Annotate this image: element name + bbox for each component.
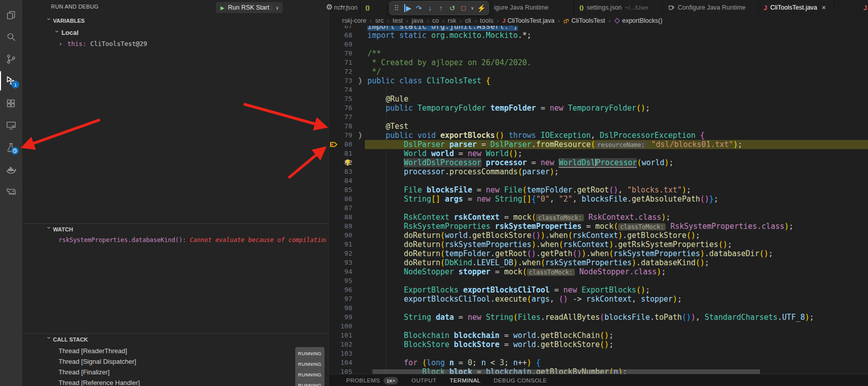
code-line-82[interactable]: 82 WorldDslProcessor processor = new Wor… xyxy=(329,158,868,167)
watch-expression-row[interactable]: rskSystemProperties.databaseKind(): Cann… xyxy=(59,235,326,245)
call-stack-thread[interactable]: Thread [ReaderThread]RUNNING xyxy=(22,346,329,356)
code-line-83[interactable]: 83 processor.processCommands(parser); xyxy=(329,167,868,176)
chevron-down-icon[interactable]: ∨ xyxy=(272,5,283,11)
breadcrumb-item[interactable]: rskj-core xyxy=(342,17,366,24)
code-line-104[interactable]: 104 for (long n = 0; n < 3; n++) { xyxy=(329,358,868,367)
variables-scope-local[interactable]: › Local xyxy=(55,28,79,38)
variable-this[interactable]: › this: CliToolsTest@29 xyxy=(59,39,147,49)
code-line-68[interactable]: 68import static org.mockito.Mockito.*; xyxy=(329,31,868,40)
stop-dropdown-chevron[interactable]: ∨ xyxy=(469,2,476,14)
code-line-77[interactable]: 77 xyxy=(329,113,868,122)
tab-label: igure Java Runtime xyxy=(494,4,549,11)
panel-tab-debug-console[interactable]: DEBUG CONSOLE xyxy=(494,377,547,383)
call-stack-thread[interactable]: Thread [Reference Handler]RUNNING xyxy=(22,377,329,386)
code-line-75[interactable]: 75 @Rule xyxy=(329,94,868,104)
code-line-84[interactable]: 84 xyxy=(329,176,868,185)
fold-marker-icon[interactable]: ) xyxy=(357,131,364,140)
watch-section-header[interactable]: › WATCH xyxy=(22,223,329,235)
code-line-96[interactable]: 96 ExportBlocks exportBlocksCliTool = ne… xyxy=(329,285,868,295)
call-stack-section-header[interactable]: › CALL STACK xyxy=(22,333,329,346)
testing-icon[interactable] xyxy=(0,137,22,158)
code-line-71[interactable]: 71 * Created by ajlopez on 26/04/2020. xyxy=(329,58,868,67)
source-control-icon[interactable] xyxy=(0,49,22,69)
explorer-icon[interactable] xyxy=(0,5,22,25)
remote-explorer-icon[interactable] xyxy=(0,115,22,135)
code-line-85[interactable]: 85 File blocksFile = new File(tempFolder… xyxy=(329,185,868,195)
tab-clitoolstest[interactable]: JCliToolsTest.java× xyxy=(758,0,834,15)
code-line-88[interactable]: 88 RskContext rskContext = mock(classToM… xyxy=(329,213,868,222)
code-line-73[interactable]: )73public class CliToolsTest { xyxy=(329,76,868,85)
breadcrumb-item[interactable]: CliToolsTest xyxy=(563,17,605,24)
search-icon[interactable] xyxy=(0,27,22,47)
breadcrumb-item[interactable]: src xyxy=(375,17,384,24)
test-pending-clock-badge xyxy=(11,147,19,155)
breadcrumb-item[interactable]: co xyxy=(432,17,439,24)
breadcrumb-item[interactable]: java xyxy=(412,17,423,24)
run-config-dropdown[interactable]: ▶ Run RSK Start ∨ xyxy=(216,2,283,13)
restart-button[interactable]: ↺ xyxy=(447,2,458,14)
code-line-98[interactable]: 98 xyxy=(329,304,868,313)
tab-settings-json[interactable]: {}settings.json~/.../User xyxy=(574,0,663,15)
code-line-87[interactable]: 87 xyxy=(329,204,868,213)
breadcrumb-item[interactable]: rsk xyxy=(448,17,456,24)
code-line-81[interactable]: 81 World world = new World(); xyxy=(329,149,868,158)
editor-group: nch.json{}igure Java Runtime{}settings.j… xyxy=(329,0,868,386)
fold-marker-icon[interactable]: ) xyxy=(357,76,364,85)
code-line-79[interactable]: )79 public void exportBlocks() throws IO… xyxy=(329,131,868,140)
run-and-debug-icon[interactable]: 1 xyxy=(0,71,22,91)
panel-tab-terminal[interactable]: TERMINAL xyxy=(450,377,480,383)
stop-button[interactable]: □ xyxy=(458,2,469,14)
drag-handle[interactable]: ⠿ xyxy=(391,2,402,14)
panel-tab-output[interactable]: OUTPUT xyxy=(411,377,437,383)
step-out-button[interactable]: ↑ xyxy=(436,2,447,14)
code-line-101[interactable]: 101 Blockchain blockchain = world.getBlo… xyxy=(329,331,868,340)
chevron-down-icon: › xyxy=(45,18,53,23)
code-editor[interactable]: 67import static org.junit.Assert.*;68imp… xyxy=(329,0,868,374)
close-icon[interactable]: × xyxy=(822,4,826,12)
code-line-76[interactable]: 76 public TemporaryFolder tempFolder = n… xyxy=(329,104,868,113)
code-line-95[interactable]: 95 xyxy=(329,276,868,285)
code-line-86[interactable]: 86 String[] args = new String[]{"0", "2"… xyxy=(329,195,868,204)
extensions-icon[interactable] xyxy=(0,93,22,114)
panel-tab-problems[interactable]: PROBLEMS1K+ xyxy=(346,377,398,384)
tab-configure-java-runtime-partial[interactable]: igure Java Runtime xyxy=(475,0,574,15)
breadcrumb-item[interactable]: test xyxy=(393,17,403,24)
gradle-icon[interactable] xyxy=(0,181,22,201)
code-line-74[interactable]: 74 xyxy=(329,85,868,94)
call-stack-thread[interactable]: Thread [Finalizer]RUNNING xyxy=(22,367,329,377)
code-line-91[interactable]: 91 doReturn(rskSystemProperties).when(rs… xyxy=(329,240,868,249)
more-actions-icon[interactable]: ⋯ xyxy=(340,2,348,11)
code-line-78[interactable]: 78 @Test xyxy=(329,122,868,131)
breadcrumb-item[interactable]: tools xyxy=(480,17,493,24)
step-into-button[interactable]: ↓ xyxy=(424,2,436,14)
code-line-90[interactable]: 90 doReturn(world.getBlockStore()).when(… xyxy=(329,231,868,240)
code-line-97[interactable]: 97 exportBlocksCliTool.execute(args, () … xyxy=(329,295,868,304)
docker-icon[interactable] xyxy=(0,160,22,180)
code-line-94[interactable]: 94 NodeStopper stopper = mock(classToMoc… xyxy=(329,267,868,276)
line-number: 98 xyxy=(336,304,352,313)
tab-cut[interactable]: J xyxy=(858,0,868,15)
breadcrumb-item[interactable]: exportBlocks() xyxy=(614,17,663,24)
call-stack-thread[interactable]: Thread [Signal Dispatcher]RUNNING xyxy=(22,356,329,367)
gear-icon[interactable]: ⚙ xyxy=(326,3,333,12)
code-line-70[interactable]: 70/** xyxy=(329,49,868,58)
hot-code-replace-button[interactable]: ⚡ xyxy=(476,2,487,14)
code-line-80[interactable]: 80 DslParser parser = DslParser.fromReso… xyxy=(329,140,868,149)
variables-section-header[interactable]: › VARIABLES xyxy=(22,17,329,27)
code-line-99[interactable]: 99 String data = new String(Files.readAl… xyxy=(329,313,868,322)
breadcrumb-item[interactable]: cli xyxy=(465,17,471,24)
code-line-103[interactable]: 103 xyxy=(329,349,868,358)
tab-configure-java-runtime[interactable]: Configure Java Runtime xyxy=(663,0,758,15)
code-line-69[interactable]: 69 xyxy=(329,40,868,49)
code-line-93[interactable]: 93 doReturn(DbKind.LEVEL_DB).when(rskSys… xyxy=(329,258,868,267)
code-line-89[interactable]: 89 RskSystemProperties rskSystemProperti… xyxy=(329,222,868,231)
line-number: 75 xyxy=(336,94,352,104)
breadcrumb-item[interactable]: JCliToolsTest.java xyxy=(502,17,555,24)
code-line-92[interactable]: 92 doReturn(tempFolder.getRoot().getPath… xyxy=(329,249,868,258)
step-over-button[interactable]: ↷ xyxy=(413,2,424,14)
line-number: 69 xyxy=(336,40,352,49)
code-line-72[interactable]: 72 */ xyxy=(329,67,868,76)
code-line-102[interactable]: 102 BlockStore blockStore = world.getBlo… xyxy=(329,340,868,349)
continue-button[interactable]: ▶ xyxy=(402,2,413,14)
code-line-100[interactable]: 100 xyxy=(329,322,868,331)
